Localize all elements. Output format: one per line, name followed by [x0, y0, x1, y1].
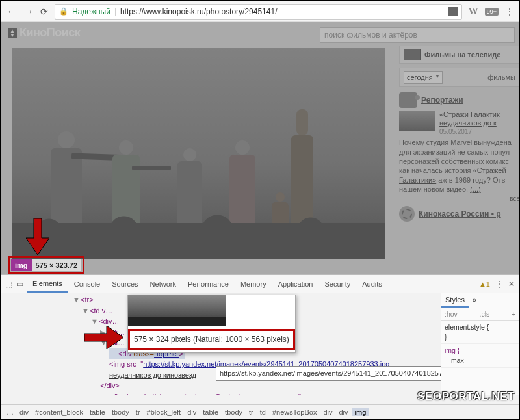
reports-heading: Репортажи [399, 92, 519, 108]
url-tooltip: https://st.kp.yandex.net/images/events/2… [216, 366, 441, 381]
browser-toolbar: ← → ⟳ 🔒 Надежный | https://www.kinopoisk… [1, 1, 519, 22]
annotation-arrow-1 [26, 218, 49, 255]
tv-icon [404, 49, 421, 60]
tab-sources[interactable]: Sources [107, 276, 143, 292]
tab-audits[interactable]: Audits [357, 276, 387, 292]
ticket-icon [399, 206, 415, 222]
cls-toggle[interactable]: .cls [479, 310, 489, 318]
styles-pane: Styles » :hov .cls + element.style { } i… [441, 293, 519, 395]
preview-thumbnail [128, 295, 226, 326]
sidebar: Фильмы на телевиде сегодня фильмы Репорт… [399, 46, 519, 222]
more-link[interactable]: (...) [470, 185, 481, 193]
svg-marker-1 [84, 326, 124, 349]
date-filter-row: сегодня фильмы [399, 68, 519, 87]
hov-toggle[interactable]: :hov [445, 310, 458, 318]
watermark: SEOPORTAL.NET [417, 390, 515, 403]
report-excerpt: Почему студия Marvel вынуждена для экран… [399, 138, 519, 194]
devtools-menu-icon[interactable]: ⋮ [495, 280, 503, 289]
tab-security[interactable]: Security [319, 276, 356, 292]
report-thumb [399, 111, 436, 131]
style-rule[interactable]: element.style { } [441, 321, 519, 344]
svg-marker-0 [26, 218, 49, 255]
tv-films-box[interactable]: Фильмы на телевиде [399, 46, 519, 64]
element-tag-label: img [11, 259, 32, 271]
main-image[interactable] [12, 48, 385, 259]
secure-label: Надежный [72, 7, 110, 16]
url-text: https://www.kinopoisk.ru/photostory/2945… [120, 7, 277, 16]
inspect-icon[interactable]: ⬚ [5, 280, 12, 289]
dom-breadcrumb[interactable]: … div #content_block table tbody tr #blo… [1, 404, 519, 419]
date-select[interactable]: сегодня [404, 71, 443, 84]
search-input[interactable]: поиск фильмов и актёров [320, 27, 515, 43]
tab-console[interactable]: Console [69, 276, 105, 292]
tab-elements[interactable]: Elements [27, 276, 68, 293]
add-rule-button[interactable]: + [512, 310, 515, 318]
kinokassa-heading: Кинокасса России • р [399, 206, 519, 222]
back-button[interactable]: ← [6, 6, 17, 18]
updown-icon: ▲▼ [8, 28, 17, 38]
extension-icon[interactable] [448, 7, 458, 16]
all-link[interactable]: все [510, 195, 519, 202]
device-toggle-icon[interactable]: ▭ [16, 280, 23, 289]
lock-icon: 🔒 [59, 7, 68, 16]
report-link[interactable]: «Стражи Галактик неудачников до к [439, 111, 500, 127]
address-bar[interactable]: 🔒 Надежный | https://www.kinopoisk.ru/ph… [55, 4, 462, 20]
extension-badge[interactable]: 99+ [485, 8, 499, 16]
forward-button[interactable]: → [23, 6, 34, 18]
warnings-badge[interactable]: ▲1 [479, 280, 490, 288]
devtools-tabs: ⬚ ▭ Elements Console Sources Network Per… [1, 275, 519, 293]
element-dimensions: 575 × 323.72 [32, 259, 82, 271]
page-content: ▲▼ КиноПоиск поиск фильмов и актёров Фил… [1, 22, 519, 274]
style-rule[interactable]: img { max- [441, 344, 519, 367]
reports-title-link[interactable]: Репортажи [421, 96, 463, 105]
site-logo[interactable]: ▲▼ КиноПоиск [8, 26, 80, 40]
tab-network[interactable]: Network [145, 276, 181, 292]
annotation-arrow-2 [84, 326, 124, 349]
dom-tree[interactable]: ▼<tr> ▼<td v… ▼<div… ▶<di… ▼<di… <div cl… [1, 293, 441, 395]
report-date: 05.05.2017 [439, 128, 472, 135]
film-reel-icon [399, 92, 417, 108]
tab-performance[interactable]: Performance [183, 276, 234, 292]
tab-application[interactable]: Application [273, 276, 318, 292]
devtools-close-icon[interactable]: ✕ [508, 280, 515, 289]
reload-button[interactable]: ⟳ [40, 7, 48, 17]
wiki-extension-icon[interactable]: W [469, 6, 478, 17]
element-size-tooltip: img 575 × 323.72 [8, 256, 84, 274]
report-item[interactable]: «Стражи Галактик неудачников до к 05.05.… [399, 111, 519, 135]
styles-tab[interactable]: Styles [441, 293, 469, 308]
films-link[interactable]: фильмы [488, 73, 515, 81]
preview-dimensions: 575 × 324 pixels (Natural: 1000 × 563 pi… [130, 331, 293, 348]
element-hover-preview: 575 × 324 pixels (Natural: 1000 × 563 pi… [127, 295, 296, 353]
browser-menu-icon[interactable]: ⋮ [505, 7, 514, 17]
styles-more-tab[interactable]: » [469, 293, 480, 308]
tab-memory[interactable]: Memory [235, 276, 272, 292]
